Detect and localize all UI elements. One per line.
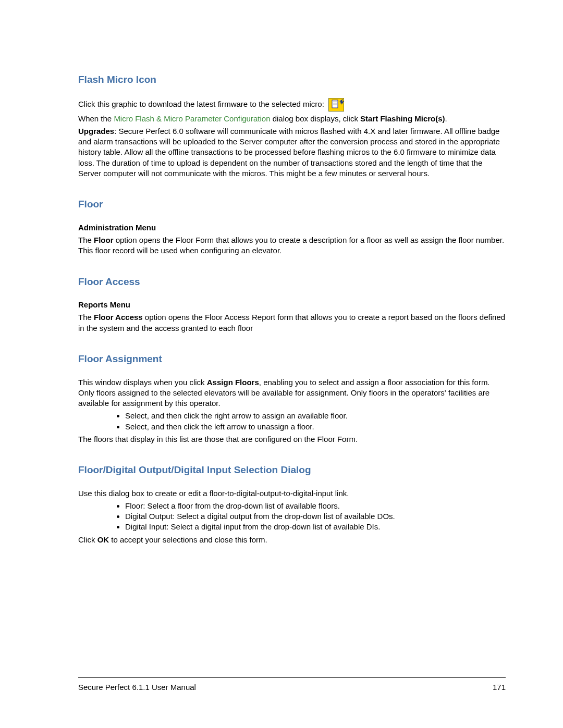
floor-access-p: The Floor Access option opens the Floor …: [78, 312, 506, 334]
flash-micro-p2-post: .: [445, 114, 447, 123]
heading-floor-assignment: Floor Assignment: [78, 352, 506, 366]
heading-flash-micro-icon: Flash Micro Icon: [78, 73, 506, 87]
footer-left: Secure Perfect 6.1.1 User Manual: [78, 683, 196, 692]
flash-micro-p2-bold: Start Flashing Micro(s): [360, 114, 445, 123]
floor-assignment-p1: This window displays when you click Assi…: [78, 377, 506, 409]
floor-assignment-p1-bold: Assign Floors: [207, 378, 259, 387]
flash-micro-p1-text: Click this graphic to download the lates…: [78, 100, 326, 108]
floor-assignment-p1-pre: This window displays when you click: [78, 378, 207, 387]
page-footer: Secure Perfect 6.1.1 User Manual 171: [78, 677, 506, 693]
floor-access-p-bold: Floor Access: [94, 313, 143, 322]
flash-micro-p2-pre: When the: [78, 114, 114, 123]
flash-micro-p3-rest: : Secure Perfect 6.0 software will commu…: [78, 127, 500, 178]
list-item: Floor: Select a floor from the drop-down…: [125, 501, 506, 511]
flash-micro-p3: Upgrades: Secure Perfect 6.0 software wi…: [78, 126, 506, 179]
selection-dialog-p2: Click OK to accept your selections and c…: [78, 535, 506, 545]
floor-assignment-p2: The floors that display in this list are…: [78, 434, 506, 445]
list-item: Digital Output: Select a digital output …: [125, 511, 506, 522]
link-micro-flash-config[interactable]: Micro Flash & Micro Parameter Configurat…: [114, 114, 270, 123]
floor-p-pre: The: [78, 236, 94, 244]
list-item: Select, and then click the right arrow t…: [125, 411, 506, 421]
list-item: Select, and then click the left arrow to…: [125, 422, 506, 432]
floor-p-bold: Floor: [94, 236, 114, 244]
selection-dialog-p2-rest: to accept your selections and close this…: [109, 535, 267, 544]
flash-micro-icon[interactable]: [328, 98, 344, 112]
page-number: 171: [493, 682, 506, 693]
selection-dialog-p1: Use this dialog box to create or edit a …: [78, 488, 506, 499]
subheading-reports-menu: Reports Menu: [78, 300, 506, 310]
selection-dialog-bullets: Floor: Select a floor from the drop-down…: [78, 501, 506, 533]
heading-floor: Floor: [78, 198, 506, 211]
flash-micro-p2-mid: dialog box displays, click: [270, 114, 360, 123]
document-page: Flash Micro Icon Click this graphic to d…: [0, 0, 563, 728]
flash-micro-p3-bold: Upgrades: [78, 127, 114, 135]
heading-selection-dialog: Floor/Digital Output/Digital Input Selec…: [78, 463, 506, 477]
svg-rect-0: [332, 100, 338, 108]
floor-access-p-pre: The: [78, 313, 94, 322]
floor-assignment-bullets: Select, and then click the right arrow t…: [78, 411, 506, 432]
floor-p: The Floor option opens the Floor Form th…: [78, 235, 506, 256]
flash-micro-p1: Click this graphic to download the lates…: [78, 98, 506, 112]
flash-micro-p2: When the Micro Flash & Micro Parameter C…: [78, 114, 506, 124]
selection-dialog-p2-bold: OK: [97, 535, 109, 544]
list-item: Digital Input: Select a digital input fr…: [125, 522, 506, 532]
floor-access-p-rest: option opens the Floor Access Report for…: [78, 313, 505, 332]
subheading-admin-menu: Administration Menu: [78, 223, 506, 233]
heading-floor-access: Floor Access: [78, 275, 506, 289]
floor-p-rest: option opens the Floor Form that allows …: [78, 236, 504, 255]
selection-dialog-p2-pre: Click: [78, 535, 97, 544]
